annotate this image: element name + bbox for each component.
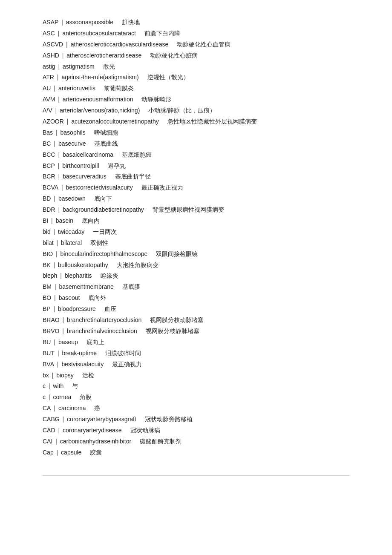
separator: | [54, 438, 58, 445]
separator: | [56, 350, 61, 357]
separator: | [52, 294, 57, 301]
full-term: atheroscleroticherartdisease [66, 52, 141, 59]
list-item: bid | twiceaday一日两次 [43, 227, 349, 238]
separator: | [52, 140, 57, 147]
abbreviation: c [43, 394, 46, 400]
translation: 底向下 [94, 195, 112, 202]
translation: 基底细胞癌 [122, 151, 152, 158]
list-item: AVM | arteriovenousmalformation动静脉畸形 [43, 94, 349, 105]
list-item: BRVO | branchretinalveinocclusion视网膜分枝静脉… [43, 326, 349, 337]
separator: | [55, 361, 60, 368]
translation: 双眼间接检眼镜 [156, 250, 198, 257]
full-term: with [53, 382, 63, 389]
separator: | [61, 52, 65, 59]
separator: | [57, 151, 61, 158]
abbreviation: BO [43, 294, 51, 301]
list-item: BI | basein底向内 [43, 216, 349, 227]
list-item: BRAO | branchretinalarteryocclusion视网膜分枝… [43, 315, 349, 326]
full-term: basecurve [58, 140, 86, 147]
full-term: coronaryarterybypassgraft [67, 416, 136, 423]
abbreviation: BI [43, 217, 48, 224]
full-term: baseout [59, 294, 80, 301]
separator: | [52, 195, 57, 202]
translation: 逆规性（散光） [147, 74, 189, 81]
abbreviation: bid [43, 228, 51, 235]
translation: 视网膜分枝静脉堵塞 [146, 328, 199, 334]
main-content: ASAP | assoonaspossible赶快地ASC | anterior… [0, 0, 392, 501]
full-term: assoonaspossible [66, 19, 113, 26]
separator: | [47, 394, 52, 400]
full-term: basophils [61, 129, 86, 136]
full-term: arteriovenousmalformation [63, 96, 133, 103]
list-item: CAD | coronaryarterydisease冠状动脉病 [43, 425, 349, 436]
translation: 冠状动脉旁路移植 [145, 416, 193, 423]
list-item: ATR | against-the-rule(astigmatism)逆规性（散… [43, 72, 349, 83]
abbreviation: AU [43, 85, 51, 92]
abbreviation: BRVO [43, 328, 59, 334]
separator: | [60, 184, 64, 191]
entries-list: ASAP | assoonaspossible赶快地ASC | anterior… [43, 17, 349, 458]
abbreviation: BDR [43, 206, 55, 213]
separator: | [64, 41, 69, 48]
translation: 胶囊 [90, 449, 102, 456]
abbreviation: bleph [43, 272, 57, 279]
abbreviation: BC [43, 140, 51, 147]
translation: 基底曲线 [94, 140, 118, 147]
separator: | [55, 74, 60, 81]
list-item: BK | bullouskeratopathy大泡性角膜病变 [43, 260, 349, 271]
abbreviation: BM [43, 283, 52, 290]
list-item: BD | basedown底向下 [43, 193, 349, 204]
list-item: AZOOR | acutezonaloccultouterretinopathy… [43, 116, 349, 127]
separator: | [56, 162, 61, 169]
separator: | [52, 305, 57, 312]
separator: | [49, 217, 54, 224]
separator: | [52, 405, 57, 411]
separator: | [56, 96, 61, 103]
separator: | [65, 118, 70, 125]
full-term: basedown [58, 195, 86, 202]
separator: | [54, 250, 59, 257]
translation: 前囊下白内障 [144, 30, 180, 37]
separator: | [58, 272, 63, 279]
abbreviation: BCR [43, 173, 55, 180]
list-item: Cap | capsule胶囊 [43, 447, 349, 458]
separator: | [61, 316, 66, 323]
abbreviation: BUT [43, 350, 55, 357]
list-item: CAI | carbonicanhydraseinhibitor碳酸酐酶克制剂 [43, 436, 349, 447]
separator: | [55, 239, 60, 246]
full-term: baseup [58, 339, 78, 345]
translation: 双侧性 [90, 239, 108, 246]
abbreviation: AVM [43, 96, 55, 103]
translation: 底向外 [88, 294, 106, 301]
translation: 动脉硬化性心脏病 [150, 52, 198, 59]
abbreviation: A/V [43, 107, 52, 114]
abbreviation: Bas [43, 129, 53, 136]
abbreviation: BIO [43, 250, 53, 257]
full-term: basecurveradius [63, 173, 107, 180]
separator: | [55, 449, 60, 456]
separator: | [56, 30, 61, 37]
full-term: cornea [53, 394, 71, 400]
translation: 避孕丸 [108, 162, 126, 169]
separator: | [54, 129, 59, 136]
separator: | [54, 107, 58, 114]
translation: 散光 [103, 63, 115, 70]
abbreviation: BCC [43, 151, 55, 158]
list-item: astig | astigmatism散光 [43, 61, 349, 72]
translation: 动静脉畸形 [141, 96, 171, 103]
abbreviation: ASCVD [43, 41, 63, 48]
list-item: ASAP | assoonaspossible赶快地 [43, 17, 349, 28]
abbreviation: bilat [43, 239, 54, 246]
full-term: bestvisualacuity [61, 361, 104, 368]
full-term: branchretinalarteryocclusion [67, 316, 141, 323]
abbreviation: BRAO [43, 316, 60, 323]
full-term: twiceaday [58, 228, 84, 235]
abbreviation: BCVA [43, 184, 58, 191]
translation: 赶快地 [122, 19, 140, 26]
full-term: bilateral [61, 239, 82, 246]
translation: 角膜 [80, 394, 92, 400]
full-term: basementmembrane [59, 283, 113, 290]
list-item: BVA | bestvisualacuity最正确视力 [43, 359, 349, 370]
translation: 一日两次 [93, 228, 117, 235]
footer-divider [43, 475, 349, 476]
